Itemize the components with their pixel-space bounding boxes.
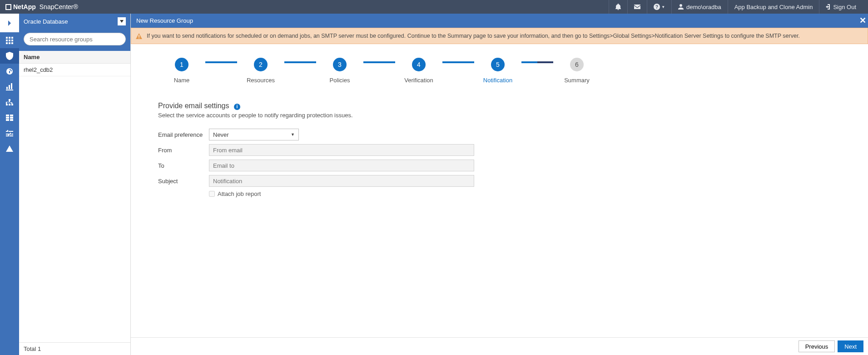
section-title-text: Provide email settings (158, 102, 229, 110)
list-total: Total 1 (19, 342, 130, 355)
signout-label: Sign Out (833, 4, 856, 10)
brand-text: NetApp (13, 3, 36, 10)
netapp-icon (5, 4, 11, 10)
warning-text: If you want to send notifications for sc… (147, 33, 800, 39)
shield-check-icon (6, 52, 13, 60)
label-from: From (158, 147, 209, 154)
select-value: Never (213, 131, 229, 138)
row-from: From (158, 144, 841, 156)
close-button[interactable]: ✕ (859, 15, 866, 25)
row-to: To (158, 160, 841, 171)
left-panel: Oracle Database Name rhel2_cdb2 Total 1 (19, 14, 131, 355)
wizard-body: 1 Name 2 Resources 3 Policies 4 Verifica… (131, 44, 868, 211)
label-email-preference: Email preference (158, 131, 209, 138)
step-label: Policies (330, 77, 350, 84)
previous-button[interactable]: Previous (799, 340, 835, 352)
bell-icon (615, 4, 621, 10)
help-button[interactable]: ? ▼ (647, 0, 671, 14)
label-attach-report: Attach job report (218, 190, 261, 197)
nav-dashboard[interactable] (0, 33, 19, 48)
nav-rail (0, 14, 19, 355)
nav-storage[interactable] (0, 110, 19, 125)
checkbox-attach-report[interactable] (209, 191, 215, 197)
chevron-right-icon (7, 20, 12, 26)
stack-icon (6, 115, 13, 121)
signout-button[interactable]: Sign Out (819, 0, 863, 14)
caret-down-icon: ▼ (291, 132, 295, 137)
step-policies[interactable]: 3 Policies (316, 58, 363, 84)
info-icon[interactable]: i (234, 104, 240, 110)
grid-icon (6, 37, 13, 44)
mail-icon (634, 5, 640, 9)
input-from[interactable] (209, 144, 474, 156)
scope-dropdown-button[interactable] (118, 17, 126, 25)
warning-icon (136, 33, 142, 40)
topbar: NetApp SnapCenter® ? ▼ demo\oradba App B… (0, 0, 868, 14)
step-resources[interactable]: 2 Resources (237, 58, 284, 84)
search-input[interactable] (24, 33, 126, 45)
row-email-preference: Email preference Never ▼ (158, 129, 841, 140)
label-subject: Subject (158, 178, 209, 185)
smtp-warning-banner: If you want to send notifications for sc… (131, 28, 868, 44)
row-subject: Subject (158, 175, 841, 187)
rail-expand-button[interactable] (0, 14, 19, 33)
step-label: Resources (247, 77, 275, 84)
step-notification[interactable]: 5 Notification (474, 58, 521, 84)
notifications-button[interactable] (609, 0, 627, 14)
step-circle: 3 (333, 58, 347, 71)
nav-monitor[interactable] (0, 64, 19, 79)
step-label: Verification (404, 77, 433, 84)
product-name: SnapCenter® (40, 3, 78, 10)
step-name[interactable]: 1 Name (158, 58, 205, 84)
stepper: 1 Name 2 Resources 3 Policies 4 Verifica… (158, 58, 841, 84)
role-label[interactable]: App Backup and Clone Admin (728, 0, 819, 14)
wizard-title-bar: New Resource Group ✕ (131, 14, 868, 28)
main-area: New Resource Group ✕ If you want to send… (131, 14, 868, 355)
wizard-footer: Previous Next (131, 337, 868, 355)
sliders-icon (6, 130, 13, 136)
nav-hosts[interactable] (0, 95, 19, 110)
list-header-name[interactable]: Name (19, 51, 130, 64)
step-circle: 4 (412, 58, 426, 71)
select-email-preference[interactable]: Never ▼ (209, 129, 299, 140)
row-attach-report: Attach job report (209, 190, 841, 197)
step-label: Name (174, 77, 190, 84)
step-summary[interactable]: 6 Summary (553, 58, 600, 84)
label-to: To (158, 162, 209, 169)
caret-down-icon: ▼ (661, 5, 665, 9)
user-menu[interactable]: demo\oradba (672, 0, 728, 14)
step-circle: 2 (254, 58, 268, 71)
nav-alerts[interactable] (0, 141, 19, 156)
input-to[interactable] (209, 160, 474, 171)
user-label: demo\oradba (686, 4, 721, 10)
user-icon (678, 4, 684, 10)
warning-icon (6, 145, 13, 152)
section-title: Provide email settings i (158, 102, 841, 110)
next-button[interactable]: Next (838, 340, 863, 352)
list-item[interactable]: rhel2_cdb2 (19, 64, 130, 76)
scope-selector: Oracle Database (19, 14, 130, 29)
gauge-icon (5, 67, 14, 75)
wizard-title: New Resource Group (136, 17, 193, 24)
messages-button[interactable] (628, 0, 647, 14)
input-subject[interactable] (209, 175, 474, 187)
brand-logo: NetApp (5, 3, 36, 10)
step-circle: 6 (570, 58, 584, 71)
tree-icon (6, 99, 13, 105)
help-icon: ? (654, 4, 660, 10)
scope-label: Oracle Database (24, 18, 68, 25)
signout-icon (826, 4, 831, 10)
nav-settings[interactable] (0, 125, 19, 141)
nav-reports[interactable] (0, 79, 19, 95)
section-subtitle: Select the service accounts or people to… (158, 112, 841, 119)
step-label: Notification (483, 77, 512, 84)
step-circle: 1 (175, 58, 188, 71)
nav-protect[interactable] (0, 48, 19, 64)
step-circle: 5 (491, 58, 505, 71)
step-verification[interactable]: 4 Verification (395, 58, 442, 84)
barchart-icon (6, 83, 13, 90)
step-label: Summary (564, 77, 590, 84)
search-wrap (19, 29, 130, 51)
caret-down-icon (120, 20, 124, 23)
